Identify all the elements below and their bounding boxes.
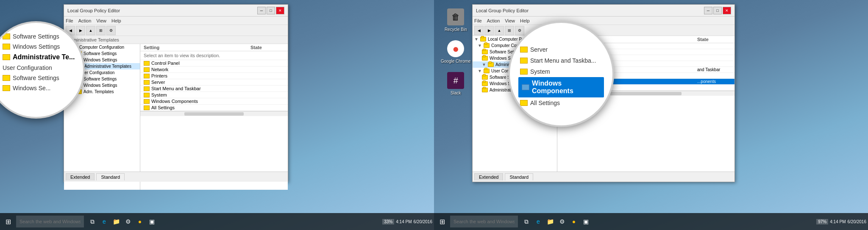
slack-icon: # — [447, 72, 464, 89]
tab-standard-right[interactable]: Standard — [505, 173, 533, 180]
mag-right-folder-4 — [522, 84, 529, 90]
magnifier-right: Server Start Menu and Taskba... System W… — [508, 21, 614, 127]
mag-left-item-6: Windows Se... — [2, 83, 79, 93]
toolbar-filter-icon[interactable]: ⚙ — [106, 26, 116, 35]
mag-right-folder-1 — [520, 47, 528, 53]
detail-row-7[interactable]: All Settings — [140, 105, 288, 111]
menu-file-left[interactable]: File — [66, 18, 73, 23]
taskbar-icons-right: ⧉ e 📁 ⚙ ● ▣ — [521, 216, 591, 227]
taskbar-date-left: 6/20/2016 — [414, 219, 433, 224]
taskbar-explorer-icon-left[interactable]: 📁 — [111, 216, 121, 227]
detail-row-1[interactable]: Network — [140, 67, 288, 73]
folder-win1-right — [482, 56, 488, 61]
toolbar-forward-icon-right[interactable]: ▶ — [484, 26, 494, 35]
row-folder-icon-4 — [144, 86, 150, 91]
recycle-bin-icon: 🗑 — [447, 8, 464, 25]
menu-view-right[interactable]: View — [505, 18, 515, 23]
menu-help-right[interactable]: Help — [520, 18, 530, 23]
taskbar-left: ⊞ ⧉ e 📁 ⚙ ● ▣ 33% 4:14 PM 6/20/2016 — [0, 213, 434, 230]
mag-right-item-1: Server — [518, 44, 604, 55]
mag-folder-icon-6 — [3, 85, 10, 91]
detail-row-2[interactable]: Printers — [140, 73, 288, 79]
main-content-left: ▼ Computer Configuration ▶ Software Sett… — [64, 44, 288, 190]
breadcrumb-left: Administrative Templates — [64, 36, 288, 44]
mag-right-item-2: Start Menu and Taskba... — [518, 55, 604, 66]
toolbar-show-icon[interactable]: ⊞ — [96, 26, 106, 35]
taskbar-settings-icon-left[interactable]: ⚙ — [123, 216, 133, 227]
taskbar-edge-icon-left[interactable]: e — [99, 216, 109, 227]
mag-right-item-5: All Settings — [518, 97, 604, 108]
close-button-left[interactable]: ✕ — [276, 7, 284, 14]
toolbar-filter-icon-right[interactable]: ⚙ — [515, 26, 524, 35]
taskbar-app-icon-left[interactable]: ▣ — [147, 216, 157, 227]
minimize-button-left[interactable]: ─ — [257, 7, 266, 14]
menu-action-right[interactable]: Action — [487, 18, 500, 23]
taskbar-right-right: 97% 4:14 PM 6/20/2016 — [816, 219, 866, 224]
restore-button-left[interactable]: □ — [267, 7, 275, 14]
gpo-window-left: Local Group Policy Editor ─ □ ✕ File Act… — [64, 4, 288, 182]
toolbar-up-icon[interactable]: ▲ — [86, 26, 95, 35]
folder-sw2-right — [482, 75, 488, 80]
minimize-button-right[interactable]: ─ — [704, 7, 712, 14]
taskbar-task-view-icon-right[interactable]: ⧉ — [521, 216, 531, 227]
mag-left-item-5: Software Settings — [2, 73, 79, 83]
scrollbar-thumb-left — [184, 112, 243, 116]
detail-row-3[interactable]: Server — [140, 79, 288, 86]
mag-right-item-4-highlighted: Windows Components — [518, 77, 604, 97]
taskbar-explorer-icon-right[interactable]: 📁 — [545, 216, 555, 227]
taskbar-task-view-icon-left[interactable]: ⧉ — [87, 216, 97, 227]
taskbar-time-right: 4:14 PM — [830, 219, 846, 224]
folder-user-right — [484, 69, 490, 73]
mag-folder-icon-5 — [3, 75, 10, 81]
desktop-icon-recycle[interactable]: 🗑 Recycle Bin — [441, 8, 471, 32]
detail-row-5[interactable]: System — [140, 92, 288, 98]
toolbar-up-icon-right[interactable]: ▲ — [495, 26, 504, 35]
taskbar-chrome-icon-right[interactable]: ● — [569, 216, 579, 227]
detail-pane-left: Setting State Select an item to view its… — [140, 44, 288, 190]
taskbar-chrome-icon-left[interactable]: ● — [135, 216, 145, 227]
tab-extended-left[interactable]: Extended — [66, 173, 95, 180]
mag-right-folder-3 — [520, 69, 528, 75]
desktop-icon-chrome[interactable]: ● Google Chrome — [441, 40, 471, 64]
menu-view-left[interactable]: View — [96, 18, 106, 23]
detail-row-0[interactable]: Control Panel — [140, 60, 288, 67]
menu-file-right[interactable]: File — [474, 18, 482, 23]
taskbar-settings-icon-right[interactable]: ⚙ — [557, 216, 567, 227]
close-button-right[interactable]: ✕ — [723, 7, 731, 14]
start-button-right[interactable]: ⊞ — [436, 215, 448, 228]
taskbar-app-icon-right[interactable]: ▣ — [581, 216, 591, 227]
folder-win2-right — [482, 81, 488, 86]
folder-adm1-right — [488, 62, 494, 67]
mag-right-item-3: System — [518, 66, 604, 77]
mag-left-item-4: User Configuration — [2, 63, 79, 73]
toolbar-back-icon-right[interactable]: ◀ — [474, 26, 484, 35]
taskbar-time-left: 4:14 PM — [396, 219, 412, 224]
detail-row-6[interactable]: Windows Components — [140, 98, 288, 105]
scrollbar-h-left[interactable] — [140, 111, 288, 116]
left-desktop: Software Settings Windows Settings Admin… — [0, 0, 434, 230]
folder-sw1-right — [482, 50, 488, 54]
toolbar-forward-icon[interactable]: ▶ — [76, 26, 85, 35]
restore-button-right[interactable]: □ — [713, 7, 722, 14]
mag-right-folder-2 — [520, 58, 528, 64]
menu-action-left[interactable]: Action — [78, 18, 92, 23]
detail-header-left: Setting State — [140, 44, 288, 51]
window-title-left: Local Group Policy Editor — [67, 8, 120, 13]
taskbar-battery-left: 33% — [382, 219, 394, 224]
taskbar-search-left[interactable] — [16, 216, 84, 227]
tab-standard-left[interactable]: Standard — [96, 173, 125, 180]
start-button-left[interactable]: ⊞ — [2, 215, 14, 228]
menu-help-left[interactable]: Help — [111, 18, 121, 23]
menubar-left: File Action View Help — [64, 17, 288, 25]
titlebar-right: Local Group Policy Editor ─ □ ✕ — [473, 5, 734, 17]
desktop-icon-slack[interactable]: # Slack — [441, 72, 471, 95]
toolbar-show-icon-right[interactable]: ⊞ — [505, 26, 514, 35]
detail-row-4[interactable]: Start Menu and Taskbar — [140, 86, 288, 92]
tab-extended-right[interactable]: Extended — [474, 173, 503, 180]
row-folder-icon-3 — [144, 80, 150, 85]
taskbar-edge-icon-right[interactable]: e — [533, 216, 543, 227]
taskbar-search-right[interactable] — [450, 216, 518, 227]
mag-left-item-3: Administrative Te... — [2, 52, 79, 63]
row-folder-icon-1 — [144, 67, 150, 72]
titlebar-left: Local Group Policy Editor ─ □ ✕ — [64, 5, 288, 17]
